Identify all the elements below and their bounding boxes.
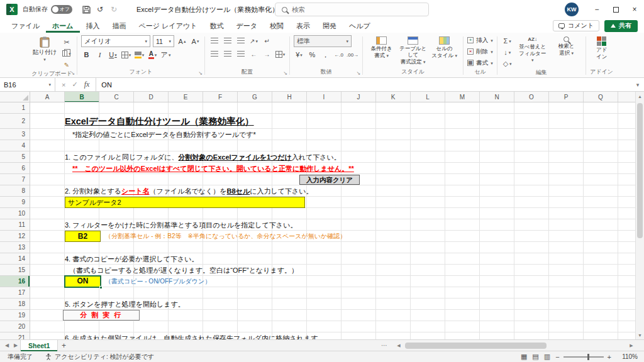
ribbon-tab-数式[interactable]: 数式: [203, 19, 230, 33]
column-header-O[interactable]: O: [514, 92, 549, 102]
font-name-combo[interactable]: メイリオ▾: [81, 35, 150, 47]
split-execute-button[interactable]: 分 割 実 行: [63, 310, 140, 321]
horizontal-scroll-thumb[interactable]: [405, 343, 547, 349]
column-header-B[interactable]: B: [65, 92, 99, 102]
add-sheet-button[interactable]: +: [58, 341, 69, 350]
align-middle-button[interactable]: [222, 35, 233, 47]
currency-format-button[interactable]: ¥▾: [294, 49, 304, 60]
name-box[interactable]: B16 ▾: [0, 78, 55, 92]
row-header-17[interactable]: 17: [0, 287, 30, 299]
scroll-down-icon[interactable]: ▼: [636, 331, 644, 339]
clear-button[interactable]: ◇▾: [501, 58, 514, 69]
cell-b16-selected-cell[interactable]: ON: [64, 275, 101, 288]
cell-styles-button[interactable]: セルの スタイル ▾: [430, 35, 459, 58]
maximize-button[interactable]: [606, 0, 625, 19]
row-header-6[interactable]: 6: [0, 163, 30, 174]
scroll-left-icon[interactable]: ◀: [395, 343, 402, 348]
row-header-1[interactable]: 1: [0, 102, 30, 114]
find-select-button[interactable]: 検索と 選択 ▾: [552, 35, 582, 69]
row-header-10[interactable]: 10: [0, 208, 30, 219]
zoom-slider-thumb[interactable]: [587, 354, 589, 360]
underline-button[interactable]: U▾: [108, 49, 118, 60]
row-header-2[interactable]: 2: [0, 114, 30, 129]
wrap-text-button[interactable]: ↵: [262, 35, 272, 47]
bold-button[interactable]: B: [81, 49, 92, 60]
percent-format-button[interactable]: %: [307, 49, 318, 60]
autosave-toggle[interactable]: オフ: [51, 5, 72, 14]
tab-overflow-icon[interactable]: ⋯: [381, 342, 387, 349]
insert-cells-button[interactable]: +挿入▾: [467, 35, 493, 45]
zoom-in-button[interactable]: +: [608, 353, 611, 361]
ribbon-tab-ホーム[interactable]: ホーム: [46, 19, 80, 33]
row-header-8[interactable]: 8: [0, 185, 30, 197]
decrease-decimal-button[interactable]: .00→: [347, 49, 358, 60]
ribbon-tab-ファイル[interactable]: ファイル: [5, 19, 46, 33]
column-header-H[interactable]: H: [272, 92, 307, 102]
search-input[interactable]: [292, 6, 405, 13]
decrease-font-button[interactable]: A▾: [190, 36, 201, 47]
format-painter-button[interactable]: ✎: [60, 60, 73, 70]
align-left-button[interactable]: [209, 48, 219, 60]
page-layout-view-icon[interactable]: ▤: [532, 353, 538, 361]
row-header-12[interactable]: 12: [0, 231, 30, 242]
column-header-F[interactable]: F: [203, 92, 238, 102]
column-header-C[interactable]: C: [99, 92, 134, 102]
sheet-nav-left-icon[interactable]: ◀: [3, 343, 11, 348]
page-break-view-icon[interactable]: ▥: [544, 353, 550, 361]
phonetic-guide-button[interactable]: ア▾: [160, 49, 171, 60]
conditional-formatting-button[interactable]: 条件付き 書式 ▾: [367, 35, 396, 58]
row-header-13[interactable]: 13: [0, 242, 30, 253]
font-color-button[interactable]: A▾: [147, 49, 158, 60]
borders-button[interactable]: ▾: [121, 49, 131, 60]
column-header-K[interactable]: K: [376, 92, 411, 102]
dialog-launcher-icon[interactable]: ↘: [356, 71, 360, 76]
increase-font-button[interactable]: A▴: [177, 36, 187, 47]
minimize-button[interactable]: −: [587, 0, 606, 19]
save-button[interactable]: [80, 3, 92, 16]
column-header-P[interactable]: P: [549, 92, 584, 102]
format-cells-button[interactable]: ▦書式▾: [467, 58, 493, 68]
column-header-A[interactable]: A: [30, 92, 65, 102]
row-header-5[interactable]: 5: [0, 151, 30, 163]
sort-filter-button[interactable]: AZ↓ 並べ替えと フィルター ▾: [518, 35, 548, 69]
merge-center-button[interactable]: ▾: [275, 48, 286, 60]
vertical-scroll-thumb[interactable]: [637, 103, 643, 238]
redo-button[interactable]: ↻: [108, 3, 120, 16]
horizontal-scroll-track[interactable]: [402, 343, 628, 349]
dialog-launcher-icon[interactable]: ↘: [283, 71, 287, 76]
column-header-J[interactable]: J: [341, 92, 376, 102]
ribbon-tab-描画[interactable]: 描画: [106, 19, 133, 33]
row-header-18[interactable]: 18: [0, 299, 30, 310]
row-header-15[interactable]: 15: [0, 265, 30, 276]
cell-b9-sheetname-input[interactable]: サンプルデータ2: [65, 197, 305, 208]
formula-bar-expand-icon[interactable]: ▾: [631, 82, 644, 88]
column-header-D[interactable]: D: [134, 92, 169, 102]
ribbon-tab-開発[interactable]: 開発: [316, 19, 343, 33]
column-header-E[interactable]: E: [169, 92, 203, 102]
ribbon-tab-データ[interactable]: データ: [230, 19, 264, 33]
zoom-level[interactable]: 110%: [616, 353, 638, 360]
italic-button[interactable]: I: [94, 49, 105, 60]
orientation-button[interactable]: ↗▾: [248, 35, 259, 47]
row-header-9[interactable]: 9: [0, 197, 30, 208]
addins-button[interactable]: アド イン: [590, 35, 614, 60]
avatar[interactable]: KW: [565, 3, 579, 16]
ribbon-tab-挿入[interactable]: 挿入: [80, 19, 106, 33]
decrease-indent-button[interactable]: ←: [248, 48, 259, 60]
number-format-combo[interactable]: 標準▾: [294, 35, 352, 47]
align-right-button[interactable]: [235, 48, 246, 60]
cell-b12-criteria-input[interactable]: B2: [65, 231, 101, 242]
column-header-M[interactable]: M: [445, 92, 480, 102]
search-box[interactable]: [275, 3, 429, 16]
column-header-G[interactable]: G: [238, 92, 272, 102]
cut-button[interactable]: ✂: [60, 37, 73, 47]
scroll-up-icon[interactable]: ▲: [636, 92, 644, 101]
scroll-right-icon[interactable]: ▶: [628, 343, 635, 348]
copy-button[interactable]: ▾: [60, 48, 73, 58]
row-header-4[interactable]: 4: [0, 140, 30, 151]
fill-handle[interactable]: [99, 286, 103, 289]
row-header-11[interactable]: 11: [0, 219, 30, 231]
fill-button[interactable]: ↓▾: [501, 47, 514, 57]
ribbon-tab-ページ レイアウト[interactable]: ページ レイアウト: [133, 19, 204, 33]
autosum-button[interactable]: Σ▾: [501, 36, 514, 46]
